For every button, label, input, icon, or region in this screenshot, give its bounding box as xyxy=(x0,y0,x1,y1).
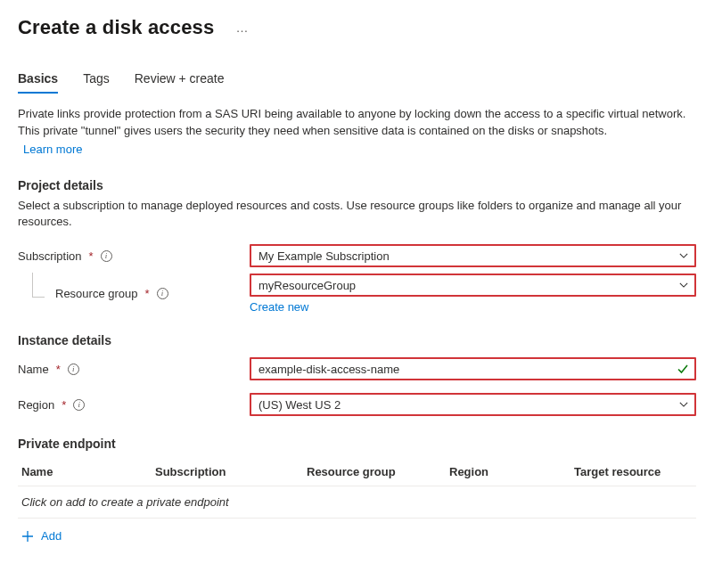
required-marker: * xyxy=(145,287,150,300)
info-icon[interactable]: i xyxy=(157,288,168,299)
name-input[interactable]: example-disk-access-name xyxy=(250,357,696,380)
name-label: Name xyxy=(18,363,49,376)
subscription-dropdown[interactable]: My Example Subscription xyxy=(250,244,696,267)
add-label: Add xyxy=(41,529,62,543)
project-details-desc: Select a subscription to manage deployed… xyxy=(18,198,696,232)
region-dropdown[interactable]: (US) West US 2 xyxy=(250,393,696,416)
col-subscription: Subscription xyxy=(155,465,307,478)
tab-tags[interactable]: Tags xyxy=(83,71,110,93)
tab-review-create[interactable]: Review + create xyxy=(135,71,225,93)
col-name: Name xyxy=(21,465,155,478)
check-icon xyxy=(677,363,689,375)
subscription-value: My Example Subscription xyxy=(259,249,669,263)
info-icon[interactable]: i xyxy=(68,363,79,375)
required-marker: * xyxy=(62,398,66,412)
region-value: (US) West US 2 xyxy=(259,398,669,412)
tab-bar: Basics Tags Review + create xyxy=(18,71,696,94)
info-icon[interactable]: i xyxy=(73,399,85,411)
name-value: example-disk-access-name xyxy=(259,363,669,376)
instance-details-heading: Instance details xyxy=(18,333,696,347)
resource-group-dropdown[interactable]: myResourceGroup xyxy=(250,274,696,297)
add-button[interactable]: Add xyxy=(18,527,696,544)
resource-group-label: Resource group xyxy=(55,287,138,300)
col-resource-group: Resource group xyxy=(307,465,449,478)
subscription-label: Subscription xyxy=(18,249,82,263)
intro-text: Private links provide protection from a … xyxy=(18,107,685,137)
col-region: Region xyxy=(449,465,574,478)
required-marker: * xyxy=(56,363,61,376)
resource-group-value: myResourceGroup xyxy=(259,279,669,292)
col-target: Target resource xyxy=(574,465,696,478)
table-empty-text: Click on add to create a private endpoin… xyxy=(21,495,229,509)
tree-connector xyxy=(32,273,45,298)
region-label: Region xyxy=(18,398,54,412)
more-icon[interactable]: … xyxy=(236,21,250,34)
tab-basics[interactable]: Basics xyxy=(18,71,58,93)
info-icon[interactable]: i xyxy=(101,250,112,262)
learn-more-link[interactable]: Learn more xyxy=(23,142,82,159)
private-endpoint-heading: Private endpoint xyxy=(18,437,696,451)
private-endpoint-table: Name Subscription Resource group Region … xyxy=(18,458,696,519)
page-title: Create a disk access xyxy=(18,16,215,39)
create-new-link[interactable]: Create new xyxy=(250,300,696,314)
project-details-heading: Project details xyxy=(18,178,696,192)
required-marker: * xyxy=(89,249,94,263)
plus-icon xyxy=(21,530,34,543)
